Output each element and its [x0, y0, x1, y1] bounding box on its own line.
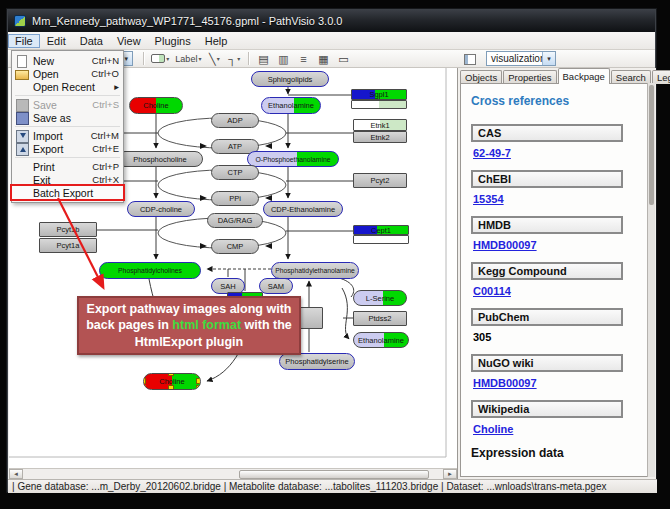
menu-plugins[interactable]: Plugins: [148, 34, 198, 48]
tab-objects[interactable]: Objects: [460, 70, 502, 84]
pathway-node-pcyt1a[interactable]: Pcyt1a: [39, 238, 97, 253]
pathway-node-phosphocholine[interactable]: Phosphocholine: [117, 151, 203, 167]
menu-file[interactable]: File: [8, 34, 40, 48]
reference-link[interactable]: 15354: [473, 193, 504, 205]
menu-item-new[interactable]: New Ctrl+N: [12, 54, 123, 67]
canvas-horizontal-scrollbar[interactable]: ◄ ►: [9, 468, 457, 479]
pathway-node-cdp-choline[interactable]: CDP-choline: [127, 201, 195, 217]
align-vertical-center-button[interactable]: ▥: [273, 51, 293, 67]
pathway-node-ethanolamine-low[interactable]: Ethanolamine: [353, 332, 409, 348]
selection-handle[interactable]: [168, 373, 174, 376]
menu-item-save[interactable]: Save Ctrl+S: [12, 98, 123, 111]
pathway-node-ptdss2[interactable]: Ptdss2: [353, 311, 407, 326]
menu-icon-spacer: [15, 161, 29, 172]
stack-vertical-button[interactable]: ≡: [293, 51, 313, 67]
tab-backpage[interactable]: Backpage: [558, 68, 610, 84]
callout-highlight: html format: [172, 318, 241, 332]
reference-section: PubChem 305: [471, 308, 654, 345]
reference-link[interactable]: 62-49-7: [473, 147, 511, 159]
label-button-text: Label: [175, 54, 197, 64]
pathway-node-choline-top[interactable]: Choline: [129, 97, 183, 114]
menu-separator: [15, 126, 120, 127]
pathway-node-ppi[interactable]: PPi: [211, 191, 259, 206]
datanode-dropdown-arrow-icon[interactable]: ▾: [166, 55, 169, 62]
new-datanode-button[interactable]: ▾: [148, 51, 172, 67]
tab-properties[interactable]: Properties: [503, 70, 556, 84]
scroll-left-arrow-icon[interactable]: ◄: [9, 469, 23, 479]
sidebar-toggle-icon: [464, 54, 476, 65]
new-label-button[interactable]: Label ▾: [172, 51, 204, 67]
side-panel: Objects Properties Backpage Search Legen…: [457, 68, 656, 479]
pathvisio-app-icon: [14, 15, 26, 27]
pathway-node-cept1[interactable]: Cept1: [353, 225, 409, 235]
title-bar[interactable]: Mm_Kennedy_pathway_WP1771_45176.gpml - P…: [8, 10, 655, 32]
pathway-node-cmp[interactable]: CMP: [211, 239, 259, 254]
stack-horizontal-button[interactable]: ▦: [313, 51, 333, 67]
reference-link[interactable]: HMDB00097: [473, 239, 537, 251]
pathway-node-l-serine[interactable]: L-Serine: [353, 290, 407, 306]
pathway-node-ctp[interactable]: CTP: [211, 165, 259, 180]
common-size-button[interactable]: ▭: [333, 51, 353, 67]
menu-edit[interactable]: Edit: [40, 34, 73, 48]
selection-handle[interactable]: [143, 378, 146, 384]
window-title: Mm_Kennedy_pathway_WP1771_45176.gpml - P…: [32, 15, 342, 27]
align-horizontal-center-button[interactable]: ▤: [253, 51, 273, 67]
pathway-node-ethanolamine-top[interactable]: Ethanolamine: [261, 97, 321, 114]
menu-item-print[interactable]: Print Ctrl+P: [12, 160, 123, 173]
selection-handle[interactable]: [168, 385, 174, 390]
pathway-node-phosphatidylserine[interactable]: Phosphatidylserine: [279, 353, 355, 370]
menu-item-open[interactable]: Open Ctrl+O: [12, 67, 123, 80]
scroll-right-arrow-icon[interactable]: ►: [443, 469, 457, 479]
menu-item-save-as[interactable]: Save as: [12, 111, 123, 124]
panel-scrollbar[interactable]: [647, 83, 655, 477]
pathway-node-phosphatidylethanolamine[interactable]: Phosphatidylethanolamine: [271, 262, 359, 279]
pathway-node-o-phosphoethanolamine[interactable]: O-Phosphoethanolamine: [247, 151, 339, 167]
pathway-node-phosphatidylcholines[interactable]: Phosphatidylcholines: [99, 262, 201, 279]
visualization-dropdown-arrow-icon[interactable]: ▾: [542, 52, 555, 65]
pathway-node-cept1-row2[interactable]: [353, 235, 409, 244]
menu-item-open-recent[interactable]: Open Recent ▸: [12, 80, 123, 93]
horizontal-scrollbar-thumb[interactable]: [239, 470, 429, 479]
menu-item-exit[interactable]: Exit Ctrl+X: [12, 173, 123, 186]
pathway-node-etnk1[interactable]: Etnk1: [353, 119, 407, 131]
menu-item-export[interactable]: Export Ctrl+E: [12, 142, 123, 155]
pathvisio-window: Mm_Kennedy_pathway_WP1771_45176.gpml - P…: [7, 9, 656, 492]
pathway-node-pcyt1b[interactable]: Pcyt1b: [39, 222, 97, 237]
tab-search[interactable]: Search: [611, 70, 651, 84]
label-dropdown-arrow-icon[interactable]: ▾: [198, 55, 201, 62]
pathway-node-choline-selected[interactable]: Choline: [143, 373, 201, 390]
line-tool-button[interactable]: ╲ ▾: [204, 51, 224, 67]
sidebar-toggle-button[interactable]: [460, 51, 480, 67]
line-dropdown-arrow-icon[interactable]: ▾: [217, 55, 220, 62]
connector-dropdown-arrow-icon[interactable]: ▾: [237, 55, 240, 62]
connector-tool-button[interactable]: ┐ ▾: [224, 51, 244, 67]
menu-item-batch-export[interactable]: Batch Export: [12, 186, 123, 199]
reference-link[interactable]: C00114: [473, 285, 511, 297]
reference-title: PubChem: [471, 308, 623, 326]
menu-help[interactable]: Help: [198, 34, 235, 48]
common-size-icon: ▭: [338, 54, 348, 64]
visualization-combobox[interactable]: visualization ▾: [486, 51, 556, 66]
import-icon: [15, 130, 29, 141]
pathway-node-sam[interactable]: SAM: [259, 278, 293, 294]
pathway-node-etnk2[interactable]: Etnk2: [353, 131, 407, 143]
reference-title: Wikipedia: [471, 400, 623, 418]
reference-section: CAS 62-49-7: [471, 124, 654, 161]
pathway-node-sphingolipids[interactable]: Sphingolipids: [251, 71, 329, 87]
reference-link[interactable]: Choline: [473, 423, 513, 435]
pathway-node-dag[interactable]: DAG/RAG: [207, 213, 263, 228]
pathway-node-sgpl1-row2[interactable]: [351, 100, 407, 109]
pathway-node-pcyt2[interactable]: Pcyt2: [353, 173, 407, 188]
pathway-node-sgpl1[interactable]: Sgpl1: [351, 89, 407, 100]
backpage-content: Cross references CAS 62-49-7 ChEBI 15354…: [460, 83, 655, 477]
menu-item-import[interactable]: Import Ctrl+M: [12, 129, 123, 142]
tab-legend[interactable]: Legend: [652, 70, 670, 84]
menu-view[interactable]: View: [110, 34, 148, 48]
pathway-node-cdp-ethanolamine[interactable]: CDP-Ethanolamine: [263, 201, 343, 217]
menu-data[interactable]: Data: [73, 34, 110, 48]
selection-handle[interactable]: [196, 378, 201, 384]
panel-scrollbar-thumb[interactable]: [649, 85, 654, 205]
pathway-node-adp[interactable]: ADP: [211, 113, 259, 128]
reference-link[interactable]: HMDB00097: [473, 377, 537, 389]
cross-references-heading: Cross references: [471, 94, 654, 108]
